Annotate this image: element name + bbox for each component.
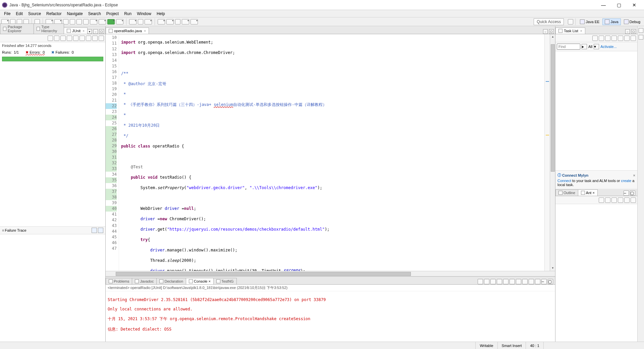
console-removeall-icon[interactable] [490, 279, 496, 284]
menu-file[interactable]: File [1, 11, 13, 17]
trim-icon-1[interactable] [639, 28, 643, 33]
console-terminate-icon[interactable] [478, 279, 483, 284]
menu-refactor[interactable]: Refactor [44, 11, 64, 17]
open-task-icon[interactable] [138, 19, 143, 24]
open-type-icon[interactable] [129, 19, 137, 24]
minimize-view-icon[interactable]: – [93, 29, 98, 34]
filter-stack-icon[interactable] [98, 228, 103, 233]
rerun-icon[interactable] [48, 36, 53, 41]
trim-icon-2[interactable] [639, 35, 643, 40]
maximize-button[interactable]: ▢ [611, 0, 627, 10]
maximize-task-icon[interactable]: ▢ [631, 29, 636, 34]
rerun-failed-icon[interactable] [54, 36, 59, 41]
tab-package-explorer[interactable]: Package Explorer [0, 23, 34, 34]
task-hide-icon[interactable] [631, 36, 636, 41]
terminate-icon[interactable] [99, 19, 106, 24]
run-icon[interactable] [107, 19, 115, 24]
run-last-icon[interactable] [116, 19, 123, 24]
ant-remove-icon[interactable] [624, 197, 630, 203]
find-go-icon[interactable]: ▸ [582, 44, 587, 49]
task-new-icon[interactable] [592, 36, 598, 41]
code-body[interactable]: import org.openqa.selenium.WebElement; i… [119, 34, 544, 271]
tab-testng[interactable]: TestNG [213, 278, 237, 284]
close-icon[interactable]: × [83, 29, 85, 33]
console-open-icon[interactable] [529, 279, 534, 284]
tab-problems[interactable]: Problems [106, 278, 132, 284]
task-cat-icon[interactable] [599, 36, 604, 41]
activate-link[interactable]: Activate... [600, 45, 616, 49]
tab-tasklist[interactable]: Task List× [555, 27, 585, 34]
mylyn-close-icon[interactable]: × [633, 173, 635, 177]
maximize-outline-icon[interactable]: ▢ [630, 190, 635, 196]
compare-icon[interactable] [92, 228, 97, 233]
task-sched-icon[interactable] [605, 36, 610, 41]
mylyn-connect-link[interactable]: Connect [557, 179, 571, 183]
ant-add-icon[interactable] [599, 197, 604, 203]
console-display-icon[interactable] [522, 279, 528, 284]
menu-project[interactable]: Project [104, 11, 121, 17]
tab-ant[interactable]: Ant× [578, 189, 598, 196]
menu-navigate[interactable]: Navigate [64, 11, 85, 17]
tab-type-hierarchy[interactable]: Type Hierarchy [34, 23, 64, 34]
menu-source[interactable]: Source [25, 11, 44, 17]
tab-operatradio[interactable]: operatRadio.java× [106, 27, 149, 34]
ant-search-icon[interactable] [605, 197, 610, 203]
console-scrolllock-icon[interactable] [503, 279, 508, 284]
close-ant-icon[interactable]: × [592, 191, 594, 195]
resume-icon[interactable] [90, 19, 97, 24]
console-wordwrap-icon[interactable] [509, 279, 515, 284]
ant-run-icon[interactable] [618, 197, 623, 203]
mylyn-create-link[interactable]: create [621, 179, 632, 183]
minimize-outline-icon[interactable]: – [624, 190, 629, 196]
perspective-debug[interactable]: Debug [622, 18, 643, 25]
tab-javadoc[interactable]: Javadoc [132, 278, 157, 284]
menu-search[interactable]: Search [86, 11, 104, 17]
tab-console[interactable]: Console× [186, 278, 214, 284]
view-menu-icon[interactable]: ▾ [87, 29, 92, 34]
perspective-javaee[interactable]: Java EE [578, 18, 602, 25]
minimize-console-icon[interactable]: – [541, 279, 547, 284]
layout-icon[interactable] [99, 36, 104, 41]
ant-hide-icon[interactable] [611, 197, 617, 203]
maximize-console-icon[interactable]: ▢ [548, 279, 553, 284]
menu-edit[interactable]: Edit [13, 11, 25, 17]
console-pin-icon[interactable] [516, 279, 521, 284]
close-tab-icon[interactable]: × [144, 29, 146, 33]
expand-icon[interactable] [86, 36, 91, 41]
perspective-java[interactable]: Java [602, 18, 621, 25]
minimize-button[interactable]: — [596, 0, 611, 10]
forward-icon[interactable] [191, 19, 198, 24]
task-sync-icon[interactable] [618, 36, 623, 41]
stepreturn-icon[interactable] [83, 19, 89, 24]
maximize-editor-icon[interactable]: ▢ [549, 29, 554, 34]
stepinto-icon[interactable] [76, 19, 82, 24]
tab-junit[interactable]: JUnit× [64, 27, 88, 34]
task-focus-icon[interactable] [611, 36, 617, 41]
task-find-input[interactable] [557, 44, 580, 50]
maximize-view-icon[interactable]: ▢ [99, 29, 104, 34]
close-console-icon[interactable]: × [208, 279, 210, 283]
menu-help[interactable]: Help [154, 11, 168, 17]
stepover-icon[interactable] [70, 19, 75, 24]
annotation-next-icon[interactable] [166, 19, 174, 24]
code-editor[interactable]: 101112 13 1415161718192021 22 23 2425 26… [106, 34, 555, 271]
collapse-icon[interactable] [92, 36, 98, 41]
annotation-prev-icon[interactable] [158, 19, 165, 24]
overview-ruler[interactable] [544, 34, 550, 271]
console-new-icon[interactable] [535, 279, 540, 284]
scroll-icon[interactable] [79, 36, 85, 41]
tab-outline[interactable]: Outline [555, 189, 578, 196]
editor-hscroll[interactable] [106, 271, 555, 276]
close-tasklist-icon[interactable]: × [580, 29, 582, 33]
history-icon[interactable] [67, 36, 72, 41]
minimize-editor-icon[interactable]: – [543, 29, 548, 34]
console-output[interactable]: Starting ChromeDriver 2.35.528161 (5b82f… [106, 291, 555, 342]
close-button[interactable]: ✕ [627, 0, 642, 10]
back-icon[interactable] [182, 19, 189, 24]
minimize-task-icon[interactable]: – [625, 29, 630, 34]
stop-icon[interactable] [60, 36, 66, 41]
console-clear-icon[interactable] [497, 279, 502, 284]
menu-run[interactable]: Run [121, 11, 134, 17]
ant-removeall-icon[interactable] [631, 197, 636, 203]
pin-icon[interactable] [73, 36, 78, 41]
